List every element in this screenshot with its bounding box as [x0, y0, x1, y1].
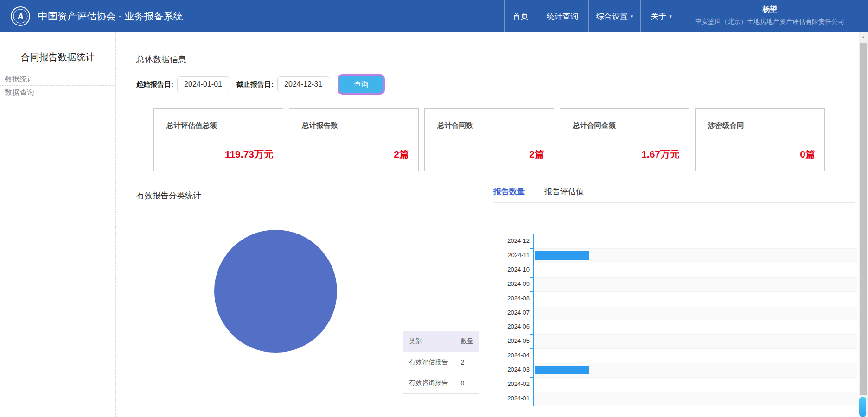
- table-row: 有效评估报告 2: [403, 352, 479, 373]
- stat-card-title: 涉密级合同: [708, 121, 744, 131]
- pie-section-title: 有效报告分类统计: [136, 190, 201, 201]
- stat-card-title: 总计报告数: [302, 121, 338, 131]
- y-axis-tick-label: 2024-09: [506, 277, 530, 291]
- y-axis-tick-label: 2024-04: [506, 348, 530, 363]
- user-info[interactable]: 杨望 中安盛世（北京）土地房地产资产评估有限责任公司: [691, 0, 849, 32]
- y-axis-tick: [530, 392, 534, 392]
- nav-item-label: 统计查询: [547, 11, 578, 22]
- nav-item-about[interactable]: 关于 ▾: [640, 0, 682, 32]
- user-name: 杨望: [691, 5, 849, 14]
- pie-chart: [214, 230, 337, 353]
- sidebar-item-data-statistics[interactable]: 数据统计: [0, 72, 115, 86]
- y-axis-tick: [530, 348, 534, 349]
- chart-split-line: [534, 320, 857, 320]
- stat-card-total-contracts: 总计合同数 2篇: [424, 108, 554, 171]
- stat-card-value: 1.67万元: [641, 148, 680, 161]
- stat-card-value: 2篇: [394, 148, 409, 161]
- scroll-bottom-indicator: [859, 397, 866, 417]
- search-button[interactable]: 查询: [338, 74, 385, 95]
- chart-split-line: [534, 306, 857, 306]
- chart-split-line: [534, 377, 857, 378]
- y-axis-tick-label: 2024-02: [506, 377, 530, 392]
- nav-item-label: 关于: [651, 11, 666, 22]
- end-date-input[interactable]: [277, 76, 329, 92]
- chart-split-line: [534, 263, 857, 263]
- sidebar-item-data-query[interactable]: 数据查询: [0, 86, 115, 99]
- stat-card-value: 0篇: [800, 148, 815, 161]
- nav-item-statistics-query[interactable]: 统计查询: [536, 0, 588, 32]
- table-header-category: 类别: [403, 331, 458, 352]
- y-axis-tick: [530, 334, 534, 335]
- y-axis-tick: [530, 320, 534, 320]
- stat-card-title: 总计合同金额: [573, 121, 616, 131]
- table-cell-category: 有效咨询报告: [403, 373, 458, 394]
- association-logo-icon: A: [10, 6, 31, 26]
- y-axis-tick: [530, 263, 534, 263]
- chart-split-line: [534, 277, 857, 278]
- start-date-label: 起始报告日:: [136, 80, 173, 89]
- table-header-row: 类别 数量: [403, 331, 479, 352]
- category-table: 类别 数量 有效评估报告 2 有效咨询报告 0: [403, 331, 479, 394]
- chart-split-line: [534, 248, 857, 249]
- start-date-input[interactable]: [177, 76, 229, 92]
- chart-split-line: [534, 334, 857, 335]
- stat-cards: 总计评估值总额 119.73万元 总计报告数 2篇 总计合同数 2篇 总计合同金…: [153, 108, 830, 171]
- stat-card-total-reports: 总计报告数 2篇: [289, 108, 419, 171]
- y-axis-tick-label: 2024-07: [506, 306, 530, 320]
- stat-card-title: 总计评估值总额: [166, 121, 217, 131]
- nav-item-label: 综合设置: [596, 11, 628, 22]
- app-root: A 中国资产评估协会 - 业务报备系统 首页 统计查询 综合设置 ▾ 关于 ▾ …: [0, 0, 868, 417]
- nav-item-settings[interactable]: 综合设置 ▾: [588, 0, 640, 32]
- y-axis-tick-label: 2024-05: [506, 334, 530, 348]
- stat-card-value: 2篇: [529, 148, 544, 161]
- user-company: 中安盛世（北京）土地房地产资产评估有限责任公司: [691, 18, 849, 26]
- y-axis-tick: [530, 248, 534, 249]
- y-axis-tick: [530, 291, 534, 292]
- y-axis-tick-label: 2024-08: [506, 291, 530, 306]
- chevron-down-icon: ▾: [631, 13, 633, 19]
- end-date-label: 截止报告日:: [236, 80, 274, 89]
- app-title: 中国资产评估协会 - 业务报备系统: [38, 0, 183, 32]
- y-axis-tick: [530, 234, 534, 234]
- navbar: A 中国资产评估协会 - 业务报备系统 首页 统计查询 综合设置 ▾ 关于 ▾ …: [0, 0, 868, 32]
- table-header-count: 数量: [458, 331, 479, 352]
- y-axis-tick: [530, 306, 534, 306]
- y-axis-tick-label: 2024-06: [506, 320, 530, 334]
- y-axis-tick: [530, 406, 534, 406]
- stat-card-classified-contracts: 涉密级合同 0篇: [695, 108, 825, 171]
- svg-text:A: A: [17, 12, 24, 21]
- chart-row-stripe: [534, 334, 857, 348]
- scrollbar-up-button[interactable]: ▲: [859, 32, 868, 42]
- y-axis-tick-label: 2024-03: [506, 363, 530, 377]
- y-axis-tick: [530, 377, 534, 378]
- chart-split-line: [534, 392, 857, 392]
- y-axis-tick-label: 2024-12: [506, 234, 530, 248]
- scrollbar-thumb[interactable]: [860, 43, 867, 395]
- tab-report-count[interactable]: 报告数量: [493, 186, 525, 202]
- bar-2024-03: [535, 366, 589, 374]
- y-axis-tick-label: 2024-10: [506, 263, 530, 277]
- y-axis-tick: [530, 277, 534, 278]
- table-row: 有效咨询报告 0: [403, 373, 479, 394]
- chart-split-line: [534, 348, 857, 349]
- nav-item-home[interactable]: 首页: [504, 0, 536, 32]
- date-filter-bar: 起始报告日: 截止报告日: 查询: [136, 74, 385, 95]
- table-cell-count: 2: [458, 352, 479, 373]
- table-cell-category: 有效评估报告: [403, 352, 458, 373]
- sidebar-title: 合同报告数据统计: [0, 32, 115, 72]
- stat-card-value: 119.73万元: [225, 148, 274, 161]
- chart-split-line: [534, 291, 857, 292]
- chevron-down-icon: ▾: [669, 13, 672, 19]
- y-axis-tick: [530, 363, 534, 363]
- tabs-divider: [493, 202, 855, 203]
- page-title: 总体数据信息: [136, 54, 186, 65]
- table-cell-count: 0: [458, 373, 479, 394]
- stat-card-total-contract-amount: 总计合同金额 1.67万元: [560, 108, 689, 171]
- chart-split-line: [534, 363, 857, 363]
- tab-report-value[interactable]: 报告评估值: [544, 186, 584, 202]
- nav-item-label: 首页: [513, 11, 529, 22]
- chart-row-stripe: [534, 392, 857, 406]
- main-nav: 首页 统计查询 综合设置 ▾ 关于 ▾: [504, 0, 682, 32]
- chart-tabs: 报告数量 报告评估值: [493, 186, 603, 202]
- bar-chart: 2024-122024-112024-102024-092024-082024-…: [506, 234, 858, 407]
